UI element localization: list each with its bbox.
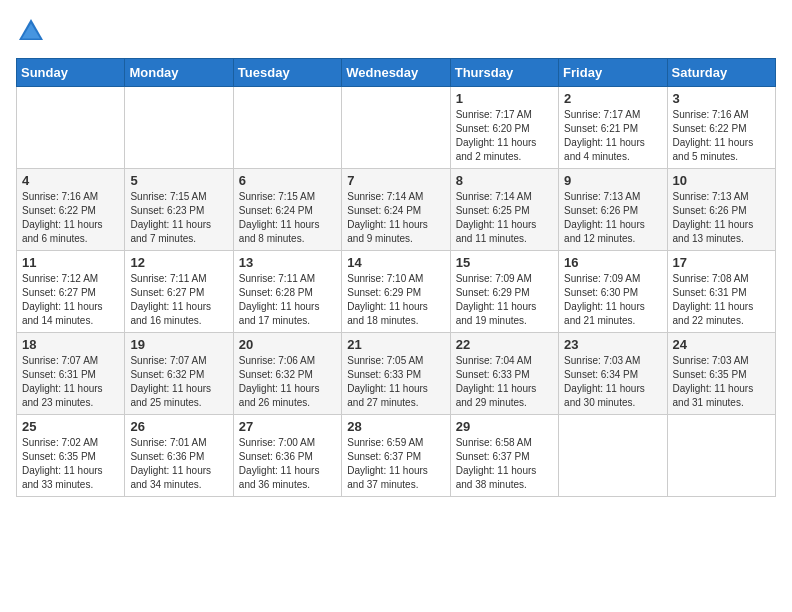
calendar-day-cell	[342, 87, 450, 169]
day-info: Sunrise: 7:17 AMSunset: 6:21 PMDaylight:…	[564, 108, 661, 164]
calendar-day-cell: 4Sunrise: 7:16 AMSunset: 6:22 PMDaylight…	[17, 169, 125, 251]
day-info: Sunrise: 7:01 AMSunset: 6:36 PMDaylight:…	[130, 436, 227, 492]
calendar-day-cell: 10Sunrise: 7:13 AMSunset: 6:26 PMDayligh…	[667, 169, 775, 251]
calendar-day-cell: 18Sunrise: 7:07 AMSunset: 6:31 PMDayligh…	[17, 333, 125, 415]
calendar-week-row: 4Sunrise: 7:16 AMSunset: 6:22 PMDaylight…	[17, 169, 776, 251]
weekday-header: Friday	[559, 59, 667, 87]
calendar-day-cell	[17, 87, 125, 169]
day-number: 19	[130, 337, 227, 352]
calendar-day-cell: 16Sunrise: 7:09 AMSunset: 6:30 PMDayligh…	[559, 251, 667, 333]
calendar-day-cell	[667, 415, 775, 497]
calendar-day-cell: 2Sunrise: 7:17 AMSunset: 6:21 PMDaylight…	[559, 87, 667, 169]
day-number: 8	[456, 173, 553, 188]
calendar-table: SundayMondayTuesdayWednesdayThursdayFrid…	[16, 58, 776, 497]
day-info: Sunrise: 7:12 AMSunset: 6:27 PMDaylight:…	[22, 272, 119, 328]
day-info: Sunrise: 7:11 AMSunset: 6:27 PMDaylight:…	[130, 272, 227, 328]
day-info: Sunrise: 7:03 AMSunset: 6:34 PMDaylight:…	[564, 354, 661, 410]
day-info: Sunrise: 7:10 AMSunset: 6:29 PMDaylight:…	[347, 272, 444, 328]
calendar-day-cell: 17Sunrise: 7:08 AMSunset: 6:31 PMDayligh…	[667, 251, 775, 333]
day-number: 1	[456, 91, 553, 106]
calendar-day-cell: 7Sunrise: 7:14 AMSunset: 6:24 PMDaylight…	[342, 169, 450, 251]
calendar-day-cell	[559, 415, 667, 497]
day-number: 13	[239, 255, 336, 270]
weekday-header: Saturday	[667, 59, 775, 87]
day-number: 3	[673, 91, 770, 106]
day-number: 23	[564, 337, 661, 352]
day-info: Sunrise: 7:11 AMSunset: 6:28 PMDaylight:…	[239, 272, 336, 328]
calendar-day-cell: 24Sunrise: 7:03 AMSunset: 6:35 PMDayligh…	[667, 333, 775, 415]
day-number: 12	[130, 255, 227, 270]
calendar-day-cell: 29Sunrise: 6:58 AMSunset: 6:37 PMDayligh…	[450, 415, 558, 497]
page-header	[16, 16, 776, 46]
calendar-day-cell: 19Sunrise: 7:07 AMSunset: 6:32 PMDayligh…	[125, 333, 233, 415]
calendar-day-cell: 13Sunrise: 7:11 AMSunset: 6:28 PMDayligh…	[233, 251, 341, 333]
weekday-header: Thursday	[450, 59, 558, 87]
day-info: Sunrise: 7:05 AMSunset: 6:33 PMDaylight:…	[347, 354, 444, 410]
day-number: 29	[456, 419, 553, 434]
weekday-header: Tuesday	[233, 59, 341, 87]
day-info: Sunrise: 7:03 AMSunset: 6:35 PMDaylight:…	[673, 354, 770, 410]
day-info: Sunrise: 7:00 AMSunset: 6:36 PMDaylight:…	[239, 436, 336, 492]
day-number: 26	[130, 419, 227, 434]
calendar-week-row: 1Sunrise: 7:17 AMSunset: 6:20 PMDaylight…	[17, 87, 776, 169]
calendar-day-cell	[125, 87, 233, 169]
calendar-day-cell: 28Sunrise: 6:59 AMSunset: 6:37 PMDayligh…	[342, 415, 450, 497]
day-info: Sunrise: 6:59 AMSunset: 6:37 PMDaylight:…	[347, 436, 444, 492]
day-info: Sunrise: 7:07 AMSunset: 6:31 PMDaylight:…	[22, 354, 119, 410]
calendar-day-cell: 8Sunrise: 7:14 AMSunset: 6:25 PMDaylight…	[450, 169, 558, 251]
calendar-header-row: SundayMondayTuesdayWednesdayThursdayFrid…	[17, 59, 776, 87]
logo	[16, 16, 50, 46]
day-info: Sunrise: 7:09 AMSunset: 6:29 PMDaylight:…	[456, 272, 553, 328]
day-number: 4	[22, 173, 119, 188]
day-number: 7	[347, 173, 444, 188]
calendar-day-cell: 5Sunrise: 7:15 AMSunset: 6:23 PMDaylight…	[125, 169, 233, 251]
day-number: 18	[22, 337, 119, 352]
calendar-day-cell: 12Sunrise: 7:11 AMSunset: 6:27 PMDayligh…	[125, 251, 233, 333]
calendar-day-cell: 6Sunrise: 7:15 AMSunset: 6:24 PMDaylight…	[233, 169, 341, 251]
logo-icon	[16, 16, 46, 46]
day-number: 17	[673, 255, 770, 270]
calendar-day-cell: 25Sunrise: 7:02 AMSunset: 6:35 PMDayligh…	[17, 415, 125, 497]
day-number: 14	[347, 255, 444, 270]
day-number: 2	[564, 91, 661, 106]
day-number: 21	[347, 337, 444, 352]
day-info: Sunrise: 7:02 AMSunset: 6:35 PMDaylight:…	[22, 436, 119, 492]
day-number: 27	[239, 419, 336, 434]
day-number: 25	[22, 419, 119, 434]
calendar-day-cell	[233, 87, 341, 169]
day-number: 20	[239, 337, 336, 352]
day-info: Sunrise: 7:16 AMSunset: 6:22 PMDaylight:…	[673, 108, 770, 164]
calendar-day-cell: 11Sunrise: 7:12 AMSunset: 6:27 PMDayligh…	[17, 251, 125, 333]
day-number: 15	[456, 255, 553, 270]
calendar-day-cell: 9Sunrise: 7:13 AMSunset: 6:26 PMDaylight…	[559, 169, 667, 251]
day-info: Sunrise: 7:14 AMSunset: 6:24 PMDaylight:…	[347, 190, 444, 246]
weekday-header: Wednesday	[342, 59, 450, 87]
day-info: Sunrise: 7:09 AMSunset: 6:30 PMDaylight:…	[564, 272, 661, 328]
day-number: 16	[564, 255, 661, 270]
day-number: 24	[673, 337, 770, 352]
day-info: Sunrise: 7:15 AMSunset: 6:24 PMDaylight:…	[239, 190, 336, 246]
weekday-header: Sunday	[17, 59, 125, 87]
day-info: Sunrise: 7:13 AMSunset: 6:26 PMDaylight:…	[673, 190, 770, 246]
day-info: Sunrise: 6:58 AMSunset: 6:37 PMDaylight:…	[456, 436, 553, 492]
calendar-day-cell: 23Sunrise: 7:03 AMSunset: 6:34 PMDayligh…	[559, 333, 667, 415]
day-info: Sunrise: 7:13 AMSunset: 6:26 PMDaylight:…	[564, 190, 661, 246]
calendar-day-cell: 3Sunrise: 7:16 AMSunset: 6:22 PMDaylight…	[667, 87, 775, 169]
day-number: 6	[239, 173, 336, 188]
day-info: Sunrise: 7:04 AMSunset: 6:33 PMDaylight:…	[456, 354, 553, 410]
calendar-day-cell: 15Sunrise: 7:09 AMSunset: 6:29 PMDayligh…	[450, 251, 558, 333]
day-number: 28	[347, 419, 444, 434]
day-info: Sunrise: 7:08 AMSunset: 6:31 PMDaylight:…	[673, 272, 770, 328]
day-info: Sunrise: 7:17 AMSunset: 6:20 PMDaylight:…	[456, 108, 553, 164]
calendar-day-cell: 22Sunrise: 7:04 AMSunset: 6:33 PMDayligh…	[450, 333, 558, 415]
calendar-day-cell: 27Sunrise: 7:00 AMSunset: 6:36 PMDayligh…	[233, 415, 341, 497]
calendar-day-cell: 1Sunrise: 7:17 AMSunset: 6:20 PMDaylight…	[450, 87, 558, 169]
calendar-week-row: 25Sunrise: 7:02 AMSunset: 6:35 PMDayligh…	[17, 415, 776, 497]
day-info: Sunrise: 7:16 AMSunset: 6:22 PMDaylight:…	[22, 190, 119, 246]
day-number: 5	[130, 173, 227, 188]
calendar-day-cell: 20Sunrise: 7:06 AMSunset: 6:32 PMDayligh…	[233, 333, 341, 415]
calendar-day-cell: 21Sunrise: 7:05 AMSunset: 6:33 PMDayligh…	[342, 333, 450, 415]
calendar-week-row: 11Sunrise: 7:12 AMSunset: 6:27 PMDayligh…	[17, 251, 776, 333]
day-info: Sunrise: 7:15 AMSunset: 6:23 PMDaylight:…	[130, 190, 227, 246]
day-info: Sunrise: 7:07 AMSunset: 6:32 PMDaylight:…	[130, 354, 227, 410]
